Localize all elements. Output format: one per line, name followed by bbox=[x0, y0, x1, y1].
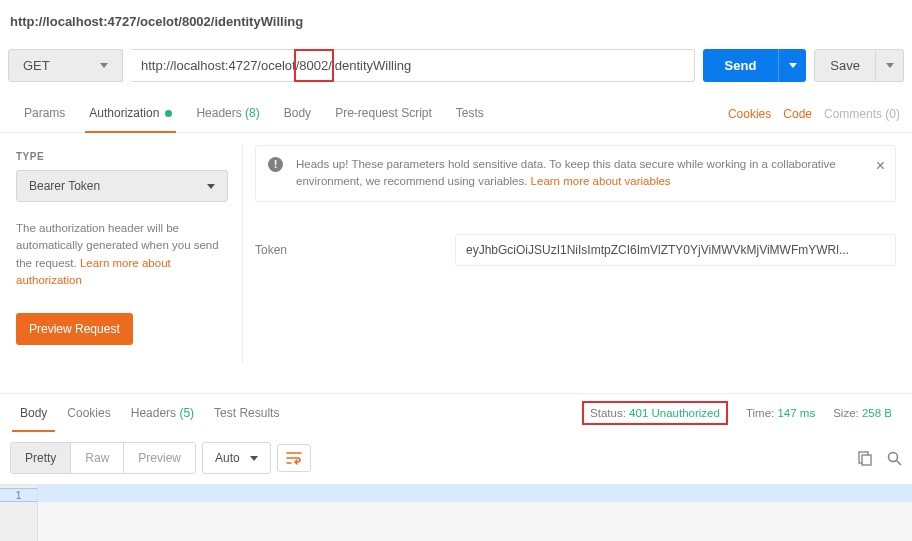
auth-help-text: The authorization header will be automat… bbox=[16, 220, 228, 289]
auth-type-select[interactable]: Bearer Token bbox=[16, 170, 228, 202]
request-title: http://localhost:4727/ocelot/8002/identi… bbox=[0, 0, 912, 43]
request-tabs: Params Authorization Headers (8) Body Pr… bbox=[0, 96, 912, 133]
line-gutter: 1 bbox=[0, 485, 38, 541]
tab-headers[interactable]: Headers (8) bbox=[184, 96, 271, 132]
response-body: 1 bbox=[0, 484, 912, 541]
size-badge: Size: 258 B bbox=[833, 407, 892, 419]
tab-prerequest[interactable]: Pre-request Script bbox=[323, 96, 444, 132]
send-dropdown[interactable] bbox=[778, 49, 806, 82]
code-content[interactable] bbox=[38, 485, 912, 541]
search-button[interactable] bbox=[887, 451, 902, 466]
viewer-toolbar: Pretty Raw Preview Auto bbox=[0, 432, 912, 484]
link-learn-variables[interactable]: Learn more about variables bbox=[531, 175, 671, 187]
save-button[interactable]: Save bbox=[814, 49, 876, 82]
chevron-down-icon bbox=[250, 456, 258, 461]
response-meta: Status: 401 Unauthorized Time: 147 ms Si… bbox=[582, 401, 902, 425]
sensitive-data-banner: ! Heads up! These parameters hold sensit… bbox=[255, 145, 896, 202]
svg-rect-1 bbox=[862, 455, 871, 465]
tab-authorization[interactable]: Authorization bbox=[77, 96, 184, 132]
status-badge: Status: 401 Unauthorized bbox=[582, 401, 728, 425]
response-tabs: Body Cookies Headers (5) Test Results St… bbox=[0, 394, 912, 432]
tab-params[interactable]: Params bbox=[12, 96, 77, 132]
view-mode-segment: Pretty Raw Preview bbox=[10, 442, 196, 474]
chevron-down-icon bbox=[207, 184, 215, 189]
view-preview[interactable]: Preview bbox=[124, 443, 195, 473]
type-label: TYPE bbox=[16, 151, 228, 162]
search-icon bbox=[887, 451, 902, 466]
svg-point-2 bbox=[889, 452, 898, 461]
link-comments[interactable]: Comments (0) bbox=[824, 107, 900, 121]
resp-tab-tests[interactable]: Test Results bbox=[204, 394, 289, 432]
token-input[interactable]: eyJhbGciOiJSUzI1NiIsImtpZCI6ImVlZTY0YjVi… bbox=[455, 234, 896, 266]
method-select[interactable]: GET bbox=[8, 49, 123, 82]
close-icon[interactable]: × bbox=[876, 154, 885, 178]
time-badge: Time: 147 ms bbox=[746, 407, 815, 419]
copy-icon bbox=[858, 451, 873, 466]
svg-line-3 bbox=[897, 460, 902, 465]
wrap-lines-button[interactable] bbox=[277, 444, 311, 472]
send-button[interactable]: Send bbox=[703, 49, 779, 82]
chevron-down-icon bbox=[100, 63, 108, 68]
request-row: GET http://localhost:4727/ocelot/8002/id… bbox=[0, 43, 912, 88]
method-value: GET bbox=[23, 58, 50, 73]
info-icon: ! bbox=[268, 157, 283, 172]
chevron-down-icon bbox=[789, 63, 797, 68]
wrap-icon bbox=[286, 451, 302, 465]
chevron-down-icon bbox=[886, 63, 894, 68]
link-code[interactable]: Code bbox=[783, 107, 812, 121]
resp-tab-cookies[interactable]: Cookies bbox=[57, 394, 120, 432]
tab-body[interactable]: Body bbox=[272, 96, 323, 132]
resp-tab-headers[interactable]: Headers (5) bbox=[121, 394, 204, 432]
link-cookies[interactable]: Cookies bbox=[728, 107, 771, 121]
view-raw[interactable]: Raw bbox=[71, 443, 123, 473]
resp-tab-body[interactable]: Body bbox=[10, 394, 57, 432]
tab-tests[interactable]: Tests bbox=[444, 96, 496, 132]
status-dot-icon bbox=[165, 110, 172, 117]
view-pretty[interactable]: Pretty bbox=[11, 443, 70, 473]
save-dropdown[interactable] bbox=[876, 49, 904, 82]
token-label: Token bbox=[255, 243, 455, 257]
url-input[interactable]: http://localhost:4727/ocelot/8002/identi… bbox=[131, 49, 695, 82]
language-select[interactable]: Auto bbox=[202, 442, 271, 474]
copy-button[interactable] bbox=[858, 451, 873, 466]
preview-request-button[interactable]: Preview Request bbox=[16, 313, 133, 345]
auth-sidebar: TYPE Bearer Token The authorization head… bbox=[8, 145, 243, 363]
